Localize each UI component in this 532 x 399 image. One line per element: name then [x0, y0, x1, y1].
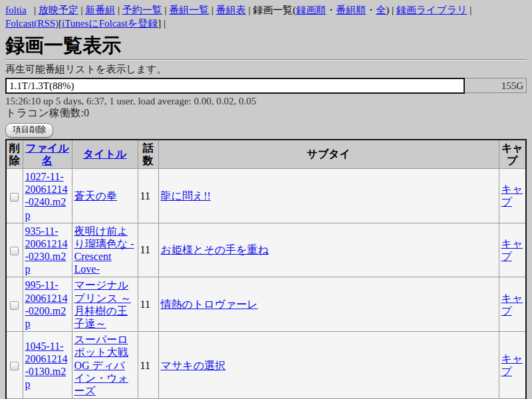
- nav-link[interactable]: 録画順: [296, 5, 326, 15]
- nav-link[interactable]: 新番組: [85, 5, 115, 15]
- row-checkbox[interactable]: [10, 362, 19, 370]
- nav-link[interactable]: iTunesにFolcastを登録: [62, 18, 158, 29]
- nav-separator: ・: [366, 5, 376, 15]
- disk-used-cell: 1.1T/1.3T(88%): [6, 78, 464, 93]
- table-row: 935-11-20061214-0230.m2p夜明け前より瑠璃色な -Cres…: [6, 223, 526, 277]
- col-header-delete: 削除: [6, 140, 23, 169]
- cap-cell: キャプ: [499, 332, 526, 399]
- col-header-episode: 話数: [138, 140, 158, 169]
- disk-usage-gauge: 1.1T/1.3T(88%) 155G: [5, 78, 527, 94]
- cap-cell: キャプ: [499, 168, 526, 223]
- filename-link[interactable]: 1045-11-20061214-0130.m2p: [25, 340, 68, 390]
- subtitle-link[interactable]: マサキの選択: [161, 360, 226, 371]
- title-link[interactable]: 夜明け前より瑠璃色な -Crescent Love-: [74, 225, 134, 275]
- subtitle-link[interactable]: 情熱のトロヴァーレ: [161, 299, 258, 310]
- delete-cell: [6, 168, 23, 223]
- page-title: 録画一覧表示: [5, 35, 527, 57]
- title-cell: スーパーロボット大戦OG ディバイン・ウォーズ: [72, 332, 138, 399]
- title-link[interactable]: スーパーロボット大戦OG ディバイン・ウォーズ: [74, 334, 129, 396]
- row-checkbox[interactable]: [10, 301, 19, 310]
- filename-cell: 1045-11-20061214-0130.m2p: [23, 332, 72, 399]
- filename-link[interactable]: 1027-11-20061214-0240.m2p: [25, 171, 68, 221]
- recordings-table: 削除 ファイル名 タイトル 話数 サブタイ キャプ 1027-11-200612…: [5, 139, 527, 399]
- nav-link[interactable]: 番組表: [216, 5, 246, 15]
- uptime-status: 15:26:10 up 5 days, 6:37, 1 user, load a…: [5, 96, 527, 107]
- nav-link[interactable]: 番組順: [336, 5, 366, 15]
- cap-link[interactable]: キャプ: [501, 184, 523, 207]
- delete-items-button[interactable]: 項目削除: [5, 123, 53, 138]
- nav-link[interactable]: 番組一覧: [169, 5, 209, 15]
- nav-separator: |: [115, 5, 122, 15]
- delete-cell: [6, 277, 23, 332]
- divider: [5, 59, 527, 61]
- nav-separator: ) |: [386, 5, 396, 15]
- sort-by-title-link[interactable]: タイトル: [83, 148, 127, 160]
- title-cell: マージナルプリンス ～月桂樹の王子達～: [72, 277, 138, 332]
- nav-separator: | 録画一覧(: [246, 5, 297, 15]
- nav-separator: |: [209, 5, 216, 15]
- episode-cell: 11: [138, 332, 158, 399]
- col-header-title: タイトル: [72, 140, 138, 169]
- delete-cell: [6, 223, 23, 277]
- nav-link[interactable]: 録画ライブラリ: [396, 5, 467, 15]
- row-checkbox[interactable]: [10, 193, 19, 201]
- cap-link[interactable]: キャプ: [501, 293, 523, 317]
- nav-link[interactable]: foltia: [5, 5, 27, 15]
- episode-cell: 11: [138, 277, 158, 332]
- table-row: 1045-11-20061214-0130.m2pスーパーロボット大戦OG ディ…: [6, 332, 526, 399]
- col-header-cap: キャプ: [499, 140, 526, 169]
- subtitle-link[interactable]: お姫様とその手を重ね: [161, 244, 269, 255]
- nav-link[interactable]: 全: [376, 5, 386, 15]
- subtitle-cell: お姫様とその手を重ね: [158, 223, 499, 277]
- subtitle-cell: 龍に問え!!: [158, 168, 499, 223]
- cap-link[interactable]: キャプ: [501, 238, 523, 262]
- nav-separator: |: [27, 5, 39, 15]
- table-header-row: 削除 ファイル名 タイトル 話数 サブタイ キャプ: [6, 140, 526, 169]
- subtitle-cell: 情熱のトロヴァーレ: [158, 277, 499, 332]
- page: foltia | 放映予定 | 新番組 | 予約一覧 | 番組一覧 | 番組表 …: [0, 0, 532, 399]
- title-link[interactable]: マージナルプリンス ～月桂樹の王子達～: [74, 279, 132, 329]
- table-row: 1027-11-20061214-0240.m2p蒼天の拳11龍に問え!!キャプ: [6, 168, 526, 223]
- episode-cell: 11: [138, 223, 158, 277]
- row-checkbox[interactable]: [10, 247, 19, 255]
- disk-free-cell: 155G: [464, 78, 527, 93]
- filename-cell: 935-11-20061214-0230.m2p: [23, 223, 72, 277]
- table-row: 995-11-20061214-0200.m2pマージナルプリンス ～月桂樹の王…: [6, 277, 526, 332]
- title-cell: 夜明け前より瑠璃色な -Crescent Love-: [72, 223, 138, 277]
- top-nav: foltia | 放映予定 | 新番組 | 予約一覧 | 番組一覧 | 番組表 …: [5, 4, 527, 31]
- delete-cell: [6, 332, 23, 399]
- disk-usage-row: 1.1T/1.3T(88%) 155G: [6, 78, 527, 93]
- nav-separator: |: [78, 5, 86, 15]
- nav-separator: ] |: [158, 18, 168, 29]
- transcoder-status: トラコン稼働数:0: [5, 107, 527, 119]
- page-description: 再生可能番組リストを表示します。: [5, 63, 527, 76]
- subtitle-link[interactable]: 龍に問え!!: [161, 190, 211, 201]
- nav-link[interactable]: Folcast(RSS): [5, 18, 59, 29]
- filename-link[interactable]: 995-11-20061214-0200.m2p: [25, 279, 68, 329]
- filename-cell: 995-11-20061214-0200.m2p: [23, 277, 72, 332]
- filename-link[interactable]: 935-11-20061214-0230.m2p: [25, 225, 68, 275]
- cap-cell: キャプ: [499, 277, 526, 332]
- cap-cell: キャプ: [499, 223, 526, 277]
- episode-cell: 11: [138, 168, 158, 223]
- col-header-subtitle: サブタイ: [158, 140, 499, 169]
- col-header-filename: ファイル名: [23, 140, 72, 169]
- filename-cell: 1027-11-20061214-0240.m2p: [23, 168, 72, 223]
- sort-by-filename-link[interactable]: ファイル名: [25, 142, 69, 166]
- nav-separator: |: [467, 5, 475, 15]
- nav-separator: |: [162, 5, 170, 15]
- cap-link[interactable]: キャプ: [501, 353, 523, 377]
- subtitle-cell: マサキの選択: [158, 332, 499, 399]
- nav-link[interactable]: 予約一覧: [122, 5, 162, 15]
- nav-separator: ・: [326, 5, 336, 15]
- title-cell: 蒼天の拳: [72, 168, 138, 223]
- title-link[interactable]: 蒼天の拳: [74, 190, 117, 201]
- nav-link[interactable]: 放映予定: [39, 5, 78, 15]
